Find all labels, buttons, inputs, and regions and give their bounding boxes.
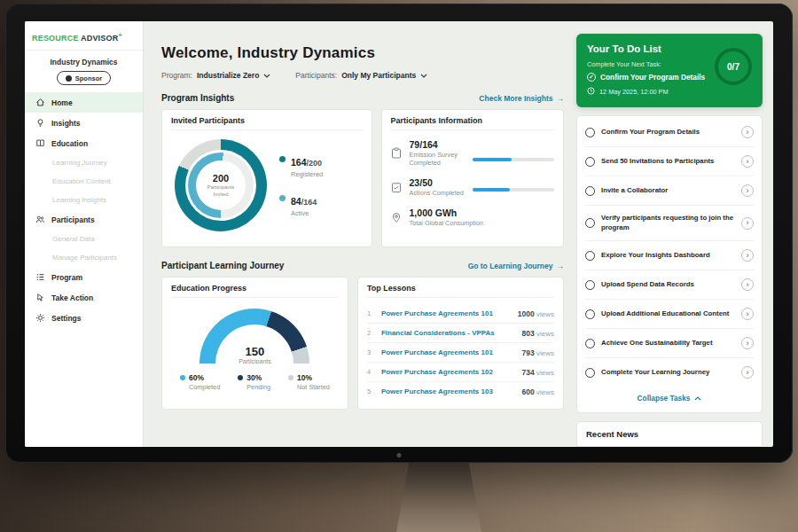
- lesson-views-count: 1000: [518, 309, 535, 318]
- task-checkbox[interactable]: [585, 157, 595, 167]
- chevron-right-icon[interactable]: ›: [741, 337, 754, 349]
- lesson-title-link[interactable]: Financial Considerations - VPPAs: [381, 329, 515, 337]
- task-checkbox[interactable]: [585, 186, 595, 196]
- check-icon: ✓: [587, 73, 596, 82]
- not-started-pct: 10%: [297, 373, 312, 382]
- insights-icon: [35, 118, 45, 128]
- lesson-title-link[interactable]: Power Purchase Agreements 101: [381, 309, 511, 317]
- lesson-row[interactable]: 4 Power Purchase Agreements 102 734 view…: [367, 363, 554, 382]
- lesson-views-suffix: views: [536, 388, 554, 396]
- chevron-right-icon[interactable]: ›: [741, 184, 754, 197]
- sidebar-item-program[interactable]: Program: [25, 267, 143, 287]
- sidebar-item-label: General Data: [52, 235, 95, 243]
- chevron-right-icon[interactable]: ›: [741, 249, 754, 262]
- lesson-title-link[interactable]: Power Purchase Agreements 101: [381, 348, 515, 356]
- sponsor-badge[interactable]: Sponsor: [57, 71, 111, 85]
- chevron-right-icon[interactable]: ›: [741, 155, 754, 168]
- participants-filter-value: Only My Participants: [341, 71, 416, 80]
- task-checkbox[interactable]: [585, 339, 595, 348]
- lesson-views-count: 734: [522, 368, 535, 377]
- task-checkbox[interactable]: [585, 128, 595, 137]
- task-checkbox[interactable]: [585, 251, 595, 261]
- lesson-rank: 5: [367, 387, 374, 395]
- sidebar-item-learning-journey[interactable]: Learning Journey: [25, 153, 143, 172]
- participants-information-card: Participants Information 79/164 Emission…: [381, 109, 564, 247]
- sidebar-item-settings[interactable]: Settings: [25, 308, 143, 328]
- sidebar-item-education-content[interactable]: Education Content: [25, 172, 143, 191]
- stat-row-emission-survey: 79/164 Emission Survey Completed: [391, 139, 554, 167]
- lesson-title-link[interactable]: Power Purchase Agreements 103: [381, 387, 515, 395]
- learning-journey-header: Participant Learning Journey Go to Learn…: [161, 261, 564, 270]
- lesson-views-count: 600: [522, 387, 535, 396]
- chevron-right-icon[interactable]: ›: [741, 278, 754, 291]
- task-row[interactable]: Verify participants requesting to join t…: [585, 206, 754, 241]
- task-row[interactable]: Invite a Collaborator ›: [585, 176, 754, 206]
- task-checkbox[interactable]: [585, 280, 595, 290]
- home-icon: [35, 98, 45, 107]
- lesson-row[interactable]: 1 Power Purchase Agreements 101 1000 vie…: [367, 304, 554, 324]
- task-label: Invite a Collaborator: [601, 186, 735, 196]
- todo-next-task[interactable]: ✓ Confirm Your Program Details: [587, 73, 713, 82]
- logo-plus: +: [118, 32, 121, 38]
- registered-of: /200: [307, 159, 323, 168]
- program-filter[interactable]: Program: Industrialize Zero: [161, 71, 270, 80]
- pending-dot: [238, 375, 243, 380]
- task-label: Send 50 Invitations to Participants: [601, 157, 735, 167]
- task-checkbox[interactable]: [585, 218, 595, 228]
- task-row[interactable]: Complete Your Learning Journey ›: [585, 358, 754, 387]
- sidebar-item-label: Education Content: [52, 177, 111, 185]
- donut-center-label: Participants Invited: [202, 184, 239, 197]
- collapse-tasks-link[interactable]: Collapse Tasks: [585, 387, 754, 411]
- task-checkbox[interactable]: [585, 309, 595, 319]
- task-row[interactable]: Confirm Your Program Details ›: [585, 118, 754, 147]
- stat-label: Actions Completed: [410, 189, 466, 197]
- active-of: /164: [301, 198, 317, 207]
- go-to-learning-journey-link[interactable]: Go to Learning Journey →: [468, 262, 564, 270]
- task-row[interactable]: Achieve One Sustainability Target ›: [585, 329, 754, 358]
- lesson-row[interactable]: 2 Financial Considerations - VPPAs 803 v…: [367, 324, 554, 343]
- arrow-right-icon: →: [557, 94, 565, 103]
- sidebar-item-participants[interactable]: Participants: [25, 209, 143, 230]
- sidebar-item-insights[interactable]: Insights: [25, 113, 143, 133]
- lesson-views-suffix: views: [536, 369, 554, 377]
- pending-label: Pending: [246, 383, 270, 391]
- sidebar-item-learning-insights[interactable]: Learning Insights: [25, 191, 143, 209]
- sidebar-item-home[interactable]: Home: [25, 92, 143, 113]
- lesson-views-count: 803: [522, 329, 535, 338]
- participants-filter[interactable]: Participants: Only My Participants: [295, 71, 427, 80]
- chevron-down-icon: [263, 71, 270, 80]
- recent-news-title: Recent News: [586, 429, 638, 439]
- lesson-row[interactable]: 5 Power Purchase Agreements 103 600 view…: [367, 382, 554, 401]
- legend-item-not-started: 10% Not Started: [288, 373, 330, 391]
- consumption-icon: [391, 212, 403, 223]
- lesson-title-link[interactable]: Power Purchase Agreements 102: [381, 368, 515, 376]
- chevron-right-icon[interactable]: ›: [741, 217, 754, 230]
- check-more-insights-link[interactable]: Check More Insights →: [479, 94, 564, 103]
- sidebar-item-general-data[interactable]: General Data: [25, 230, 143, 248]
- task-label: Complete Your Learning Journey: [601, 368, 735, 378]
- lesson-row[interactable]: 3 Power Purchase Agreements 101 793 view…: [367, 343, 554, 363]
- sidebar-item-take-action[interactable]: Take Action: [25, 287, 143, 308]
- main-content: Welcome, Industry Dynamics Program: Indu…: [144, 21, 575, 447]
- program-insights-title: Program Insights: [161, 93, 234, 103]
- chevron-right-icon[interactable]: ›: [741, 366, 754, 379]
- invited-donut-body: 200 Participants Invited 164/200 Registe: [171, 137, 363, 231]
- chevron-right-icon[interactable]: ›: [741, 126, 754, 138]
- legend-item-registered: 164/200 Registered: [279, 153, 323, 178]
- task-row[interactable]: Upload Spend Data Records ›: [585, 270, 754, 300]
- task-row[interactable]: Send 50 Invitations to Participants ›: [585, 147, 754, 176]
- gauge-center-value: 150: [200, 345, 309, 358]
- task-checkbox[interactable]: [585, 368, 595, 378]
- sidebar-item-education[interactable]: Education: [25, 133, 143, 153]
- task-row[interactable]: Upload Additional Educational Content ›: [585, 300, 754, 329]
- link-label: Go to Learning Journey: [468, 262, 553, 270]
- donut-center-value: 200: [213, 173, 229, 184]
- card-title: Participants Information: [391, 116, 554, 130]
- task-row[interactable]: Explore Your Insights Dashboard ›: [585, 241, 754, 270]
- todo-task-list: Confirm Your Program Details › Send 50 I…: [576, 115, 763, 413]
- chevron-right-icon[interactable]: ›: [741, 308, 754, 320]
- sidebar-item-manage-participants[interactable]: Manage Participants: [25, 248, 143, 267]
- card-title: Top Lessons: [367, 284, 554, 298]
- logo-part1: RESOURCE: [32, 34, 79, 43]
- sidebar-item-label: Program: [51, 273, 82, 282]
